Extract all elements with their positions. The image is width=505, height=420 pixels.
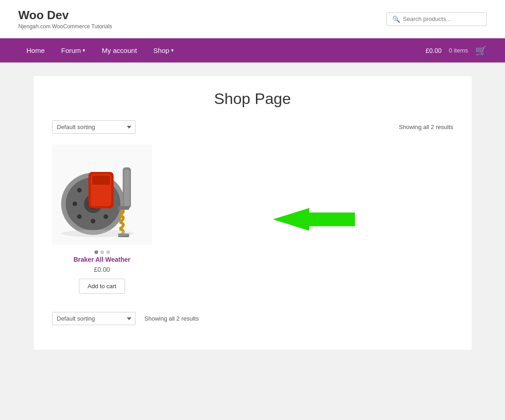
carousel-dot-3[interactable]: [106, 250, 110, 254]
green-arrow-icon: [273, 208, 355, 231]
shop-toolbar-bottom: Default sortingSort by popularitySort by…: [52, 312, 453, 325]
product-title: Braker All Weather: [52, 256, 152, 263]
svg-point-6: [77, 214, 82, 219]
nav-item-home[interactable]: Home: [18, 38, 53, 62]
product-price: £0.00: [52, 266, 152, 273]
svg-marker-19: [273, 208, 355, 231]
product-image-wrap: [52, 145, 152, 245]
svg-rect-15: [124, 170, 130, 206]
nav-left: Home Forum ▾ My account Shop ▾: [18, 38, 182, 62]
site-nav: Home Forum ▾ My account Shop ▾ £0.00 0 i…: [0, 38, 505, 62]
product-card: Braker All Weather £0.00 Add to cart: [52, 145, 152, 294]
search-icon: 🔍: [392, 16, 400, 23]
svg-point-4: [77, 188, 82, 192]
carousel-dot-2[interactable]: [100, 250, 104, 254]
sort-select-bottom[interactable]: Default sortingSort by popularitySort by…: [52, 312, 135, 325]
site-header: Woo Dev Njengah.com WooCommerce Tutorial…: [0, 0, 505, 38]
cart-items-count: 0 items: [449, 47, 468, 54]
svg-point-7: [91, 219, 95, 223]
nav-item-forum[interactable]: Forum ▾: [53, 38, 94, 62]
svg-point-8: [104, 214, 108, 219]
main-content: Shop Page Default sortingSort by popular…: [34, 76, 472, 350]
cart-icon[interactable]: 🛒: [475, 45, 487, 56]
svg-rect-13: [92, 176, 110, 185]
carousel-dot-1[interactable]: [94, 250, 98, 254]
svg-point-5: [73, 202, 77, 206]
nav-item-myaccount[interactable]: My account: [94, 38, 145, 62]
nav-right: £0.00 0 items 🛒: [426, 45, 487, 56]
search-box[interactable]: 🔍: [386, 12, 487, 26]
forum-dropdown-arrow: ▾: [83, 47, 85, 53]
arrow-annotation: [273, 208, 355, 231]
site-tagline: Njengah.com WooCommerce Tutorials: [18, 23, 112, 30]
add-to-cart-button[interactable]: Add to cart: [79, 279, 125, 294]
search-input[interactable]: [403, 16, 481, 22]
products-area: Braker All Weather £0.00 Add to cart: [52, 145, 453, 294]
results-count-bottom: Showing all 2 results: [145, 315, 199, 322]
results-count-top: Showing all 2 results: [399, 124, 453, 130]
products-grid: Braker All Weather £0.00 Add to cart: [52, 145, 453, 294]
site-title: Woo Dev: [18, 8, 112, 22]
nav-item-shop[interactable]: Shop ▾: [145, 38, 182, 62]
carousel-dots: [52, 250, 152, 254]
cart-total: £0.00: [426, 47, 442, 54]
page-title: Shop Page: [52, 90, 453, 108]
svg-point-18: [61, 230, 134, 237]
shop-dropdown-arrow: ▾: [171, 47, 174, 53]
site-branding: Woo Dev Njengah.com WooCommerce Tutorial…: [18, 8, 112, 30]
product-image: [52, 145, 152, 245]
shop-toolbar-top: Default sortingSort by popularitySort by…: [52, 120, 453, 134]
sort-select-top[interactable]: Default sortingSort by popularitySort by…: [52, 120, 135, 134]
product-title-part1: Braker: [73, 256, 95, 263]
svg-rect-16: [118, 206, 129, 210]
product-title-part2: All Weather: [95, 256, 130, 263]
